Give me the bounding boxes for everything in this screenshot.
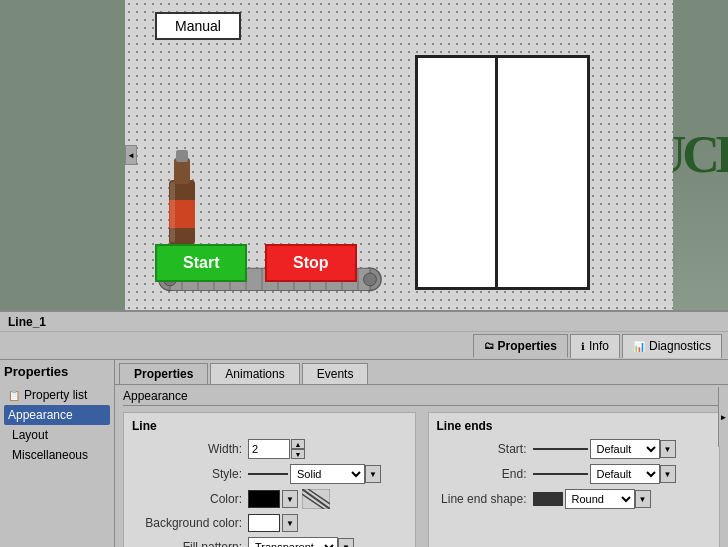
scroll-left[interactable]: ◄: [125, 145, 137, 165]
end-line-preview: [533, 473, 588, 475]
spin-up[interactable]: ▲: [291, 439, 305, 449]
bottle-icon: [155, 140, 210, 260]
start-line-preview: [533, 448, 588, 450]
bg-color-row: Background color: ▼: [132, 514, 407, 532]
sub-tab-bar: Properties Animations Events: [115, 360, 728, 385]
fill-pattern-label: Fill pattern:: [132, 540, 242, 547]
width-row: Width: ▲ ▼: [132, 439, 407, 459]
line-section-title: Line: [132, 419, 407, 433]
color-row: Color: ▼: [132, 489, 407, 509]
bg-color-label: Background color:: [132, 516, 242, 530]
sidebar-layout-label: Layout: [12, 428, 48, 442]
line-style-preview: [248, 473, 288, 475]
info-icon: ℹ: [581, 341, 585, 352]
style-row: Style: Solid ▼: [132, 464, 407, 484]
sub-tab-events-label: Events: [317, 367, 354, 381]
pattern-icon: [302, 489, 330, 509]
start-label: Start:: [437, 442, 527, 456]
style-dropdown-btn[interactable]: ▼: [365, 465, 381, 483]
start-dropdown-btn[interactable]: ▼: [660, 440, 676, 458]
window-title-bar: Line_1: [0, 310, 728, 332]
svg-point-21: [364, 273, 377, 286]
style-label: Style:: [132, 467, 242, 481]
end-select[interactable]: Default: [590, 464, 660, 484]
list-icon: 📋: [8, 390, 20, 401]
sidebar-property-list-label: Property list: [24, 388, 87, 402]
style-select[interactable]: Solid: [290, 464, 365, 484]
fill-pattern-dropdown[interactable]: ▼: [338, 538, 354, 547]
sidebar-item-miscellaneous[interactable]: Miscellaneous: [4, 445, 110, 465]
shape-dropdown-btn[interactable]: ▼: [635, 490, 651, 508]
start-button[interactable]: Start: [155, 244, 247, 282]
sidebar-item-property-list[interactable]: 📋 Property list: [4, 385, 110, 405]
left-panel: [0, 0, 125, 310]
shape-row: Line end shape: Round ▼: [437, 489, 712, 509]
start-select[interactable]: Default: [590, 439, 660, 459]
props-main: Properties 📋 Property list Appearance La…: [0, 360, 728, 547]
accent-text: UCH: [673, 129, 728, 181]
sub-tab-properties[interactable]: Properties: [119, 363, 208, 384]
start-row: Start: Default ▼: [437, 439, 712, 459]
frame-rect: [415, 55, 590, 290]
tab-info[interactable]: ℹ Info: [570, 334, 620, 358]
end-label: End:: [437, 467, 527, 481]
window-title: Line_1: [8, 315, 46, 329]
props-sidebar: Properties 📋 Property list Appearance La…: [0, 360, 115, 547]
sidebar-expand-arrow[interactable]: ►: [718, 387, 728, 447]
stop-button[interactable]: Stop: [265, 244, 357, 282]
shape-select[interactable]: Round: [565, 489, 635, 509]
line-ends-section: Line ends Start: Default ▼ End: [428, 412, 721, 547]
dotted-canvas: Manual: [125, 0, 673, 310]
bottom-panel: 🗂 Properties ℹ Info 📊 Diagnostics Proper…: [0, 332, 728, 547]
end-row: End: Default ▼: [437, 464, 712, 484]
sidebar-item-appearance[interactable]: Appearance: [4, 405, 110, 425]
width-spinner[interactable]: ▲ ▼: [291, 439, 305, 459]
color-dropdown-btn[interactable]: ▼: [282, 490, 298, 508]
spin-down[interactable]: ▼: [291, 449, 305, 459]
sidebar-misc-label: Miscellaneous: [12, 448, 88, 462]
frame-divider: [495, 55, 498, 290]
tab-diagnostics[interactable]: 📊 Diagnostics: [622, 334, 722, 358]
fill-pattern-select[interactable]: Transparent: [248, 537, 338, 547]
sub-tab-events[interactable]: Events: [302, 363, 369, 384]
width-input[interactable]: [248, 439, 290, 459]
properties-icon: 🗂: [484, 340, 494, 351]
tab-properties-label: Properties: [498, 339, 557, 353]
props-sections: Line Width: ▲ ▼ Style:: [123, 412, 720, 547]
end-dropdown-btn[interactable]: ▼: [660, 465, 676, 483]
manual-button[interactable]: Manual: [155, 12, 241, 40]
diagnostics-icon: 📊: [633, 341, 645, 352]
tab-info-label: Info: [589, 339, 609, 353]
color-swatch[interactable]: [248, 490, 280, 508]
sub-tab-animations[interactable]: Animations: [210, 363, 299, 384]
bg-color-dropdown-btn[interactable]: ▼: [282, 514, 298, 532]
color-label: Color:: [132, 492, 242, 506]
line-ends-title: Line ends: [437, 419, 712, 433]
line-section: Line Width: ▲ ▼ Style:: [123, 412, 416, 547]
sidebar-appearance-label: Appearance: [8, 408, 73, 422]
tab-diagnostics-label: Diagnostics: [649, 339, 711, 353]
sub-tab-animations-label: Animations: [225, 367, 284, 381]
sidebar-item-layout[interactable]: Layout: [4, 425, 110, 445]
props-content: Appearance Line Width: ▲ ▼: [115, 385, 728, 547]
right-accent: UCH: [673, 0, 728, 310]
appearance-section-label: Appearance: [123, 389, 720, 406]
svg-rect-2: [176, 150, 188, 162]
bg-color-swatch[interactable]: [248, 514, 280, 532]
sidebar-title: Properties: [4, 364, 110, 379]
shape-swatch: [533, 492, 563, 506]
content-area: Properties Animations Events Appearance …: [115, 360, 728, 547]
canvas-area: Manual: [0, 0, 728, 310]
sub-tab-properties-label: Properties: [134, 367, 193, 381]
top-tab-bar: 🗂 Properties ℹ Info 📊 Diagnostics: [0, 332, 728, 360]
shape-label: Line end shape:: [437, 492, 527, 506]
svg-rect-4: [170, 182, 175, 242]
width-label: Width:: [132, 442, 242, 456]
tab-properties[interactable]: 🗂 Properties: [473, 334, 568, 358]
fill-pattern-row: Fill pattern: Transparent ▼: [132, 537, 407, 547]
